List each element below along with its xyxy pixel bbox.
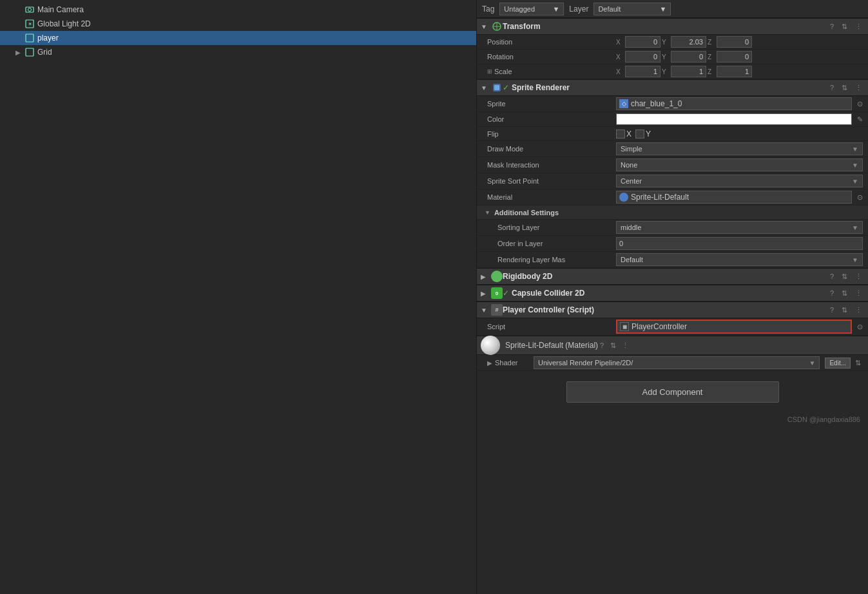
flip-x-checkbox[interactable]	[616, 129, 625, 139]
mat-more-btn[interactable]: ⋮	[620, 341, 631, 350]
svg-text:0: 0	[496, 291, 499, 296]
flip-y-label: Y	[646, 129, 651, 139]
shader-settings-btn[interactable]: ⇅	[853, 358, 863, 368]
script-target-btn[interactable]: ⊙	[857, 323, 863, 331]
cc-help-btn[interactable]: ?	[828, 289, 836, 298]
cc-more-btn[interactable]: ⋮	[853, 289, 864, 298]
transform-header[interactable]: ▼ Transform ? ⇅ ⋮	[477, 18, 868, 35]
script-value: ◼ PlayerController ⊙	[616, 320, 863, 334]
sprite-sort-point-dropdown[interactable]: Center ▼	[616, 175, 863, 187]
hierarchy-item-grid[interactable]: ▶ Grid	[0, 45, 476, 59]
additional-settings-header[interactable]: ▼ Additional Settings	[477, 206, 868, 220]
shader-expand-icon[interactable]: ▶	[487, 359, 492, 367]
rendering-layer-dropdown[interactable]: Default ▼	[616, 253, 863, 266]
script-field[interactable]: ◼ PlayerController	[616, 320, 852, 334]
sorting-layer-value: middle ▼	[616, 221, 863, 234]
rb-settings-btn[interactable]: ⇅	[840, 272, 849, 282]
watermark-text: CSDN @jiangdaxia886	[787, 416, 860, 423]
transform-icon	[491, 21, 503, 32]
sprite-asset-name: char_blue_1_0	[631, 99, 682, 108]
mat-help-btn[interactable]: ?	[598, 341, 606, 350]
expand-icon: ▶	[481, 273, 488, 280]
transform-help-btn[interactable]: ?	[828, 22, 836, 31]
tag-label: Tag	[482, 5, 494, 14]
layer-dropdown[interactable]: Default ▼	[593, 3, 671, 15]
y-label: Y	[662, 68, 670, 75]
rotation-x-input[interactable]	[625, 51, 661, 62]
rotation-label: Rotation	[487, 53, 616, 61]
checkbox-icon[interactable]: ✓	[503, 83, 509, 92]
pc-more-btn[interactable]: ⋮	[853, 305, 864, 315]
add-component-button[interactable]: Add Component	[566, 381, 779, 403]
cc-settings-btn[interactable]: ⇅	[840, 289, 849, 298]
capsule-collider-header[interactable]: ▶ 0 ✓ Capsule Collider 2D ? ⇅ ⋮	[477, 285, 868, 302]
material-target-btn[interactable]: ⊙	[857, 193, 863, 202]
capsule-collider-actions: ? ⇅ ⋮	[828, 289, 864, 298]
flip-y-checkbox[interactable]	[635, 129, 644, 139]
color-picker-field[interactable]	[616, 113, 852, 125]
sorting-layer-dropdown[interactable]: middle ▼	[616, 221, 863, 234]
svg-point-11	[493, 273, 501, 280]
material-row: Material Sprite-Lit-Default ⊙	[477, 189, 868, 206]
z-label: Z	[708, 39, 715, 46]
sprite-row: Sprite ◇ char_blue_1_0 ⊙	[477, 96, 868, 112]
shader-label: Shader	[495, 359, 534, 367]
position-y-input[interactable]	[671, 36, 706, 48]
hierarchy-item-main-camera[interactable]: Main Camera	[0, 3, 476, 17]
collapse-icon: ▼	[485, 209, 490, 216]
y-label: Y	[662, 53, 670, 61]
chevron-down-icon: ▼	[660, 5, 667, 13]
scale-y-input[interactable]	[671, 66, 706, 77]
draw-mode-row: Draw Mode Simple ▼	[477, 141, 868, 157]
draw-mode-dropdown[interactable]: Simple ▼	[616, 142, 863, 155]
flip-y-group: Y	[635, 129, 651, 139]
flip-value: X Y	[616, 129, 863, 139]
pc-help-btn[interactable]: ?	[828, 305, 836, 314]
mat-settings-btn[interactable]: ⇅	[608, 341, 618, 350]
order-in-layer-input[interactable]	[616, 237, 863, 250]
capsule-collider-title: Capsule Collider 2D	[512, 289, 828, 298]
sr-more-btn[interactable]: ⋮	[853, 83, 864, 93]
transform-more-btn[interactable]: ⋮	[853, 22, 864, 32]
rb-help-btn[interactable]: ?	[828, 272, 836, 281]
expand-icon[interactable]: ▶	[15, 49, 24, 56]
scale-z-input[interactable]	[717, 66, 752, 77]
arrow-icon	[15, 35, 24, 42]
rotation-z-input[interactable]	[717, 51, 752, 62]
tag-dropdown[interactable]: Untagged ▼	[499, 3, 564, 15]
pc-settings-btn[interactable]: ⇅	[840, 305, 849, 315]
inspector-panel: Tag Untagged ▼ Layer Default ▼ ▼ Transfo…	[477, 0, 868, 594]
layer-label: Layer	[569, 5, 588, 14]
material-actions: ? ⇅ ⋮	[598, 341, 631, 350]
arrow-icon	[15, 21, 24, 28]
sr-help-btn[interactable]: ?	[828, 83, 836, 92]
sprite-target-btn[interactable]: ⊙	[857, 100, 863, 108]
rotation-y-input[interactable]	[671, 51, 706, 62]
cc-checkbox[interactable]: ✓	[503, 289, 509, 298]
sprite-renderer-header[interactable]: ▼ ✓ Sprite Renderer ? ⇅ ⋮	[477, 79, 868, 96]
hierarchy-item-label: Global Light 2D	[37, 19, 91, 28]
position-x-input[interactable]	[625, 36, 661, 48]
material-section-header[interactable]: Sprite-Lit-Default (Material) ? ⇅ ⋮	[477, 336, 868, 355]
scale-x-input[interactable]	[625, 66, 661, 77]
sr-settings-btn[interactable]: ⇅	[840, 83, 849, 93]
tag-value: Untagged	[504, 5, 535, 13]
mask-interaction-dropdown[interactable]: None ▼	[616, 158, 863, 171]
transform-settings-btn[interactable]: ⇅	[840, 22, 849, 32]
svg-rect-10	[494, 85, 499, 90]
hierarchy-item-global-light[interactable]: ☀ Global Light 2D	[0, 17, 476, 31]
rb-more-btn[interactable]: ⋮	[853, 272, 864, 282]
player-controller-header[interactable]: ▼ # Player Controller (Script) ? ⇅ ⋮	[477, 302, 868, 318]
draw-mode-text: Simple	[621, 145, 642, 153]
material-field[interactable]: Sprite-Lit-Default	[616, 191, 852, 204]
svg-text:#: #	[495, 307, 498, 313]
eyedropper-icon[interactable]: ✎	[857, 115, 863, 124]
position-z-input[interactable]	[717, 36, 752, 48]
hierarchy-item-player[interactable]: player	[0, 31, 476, 45]
rigidbody2d-header[interactable]: ▶ Rigidbody 2D ? ⇅ ⋮	[477, 268, 868, 285]
shader-edit-btn[interactable]: Edit...	[825, 358, 851, 369]
sprite-field[interactable]: ◇ char_blue_1_0	[616, 97, 852, 110]
svg-text:☀: ☀	[28, 21, 32, 27]
material-value: Sprite-Lit-Default ⊙	[616, 191, 863, 204]
shader-dropdown[interactable]: Universal Render Pipeline/2D/ ▼	[534, 356, 820, 369]
